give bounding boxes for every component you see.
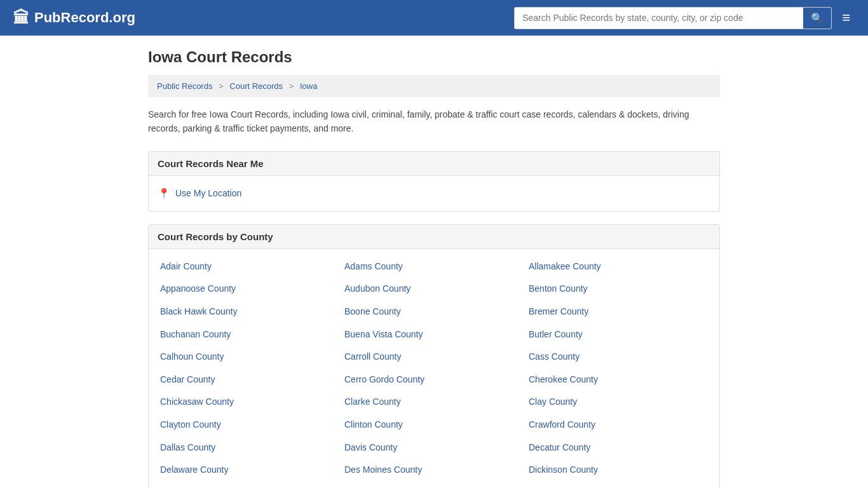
near-me-section-body: 📍 Use My Location bbox=[149, 176, 719, 211]
county-link[interactable]: Crawford County bbox=[526, 414, 710, 437]
use-my-location-label: Use My Location bbox=[175, 188, 241, 198]
search-icon: 🔍 bbox=[811, 13, 824, 24]
header: 🏛 PubRecord.org 🔍 ≡ bbox=[0, 0, 868, 36]
use-my-location-button[interactable]: 📍 Use My Location bbox=[158, 185, 241, 202]
county-link[interactable]: Cedar County bbox=[158, 369, 342, 391]
county-link[interactable]: Buchanan County bbox=[158, 323, 342, 346]
county-link[interactable]: Cherokee County bbox=[526, 369, 710, 391]
page-title: Iowa Court Records bbox=[148, 48, 720, 66]
county-link[interactable]: Benton County bbox=[526, 278, 710, 301]
page-description: Search for free Iowa Court Records, incl… bbox=[148, 107, 720, 136]
location-pin-icon: 📍 bbox=[158, 187, 170, 200]
county-link[interactable]: Dickinson County bbox=[526, 459, 710, 482]
county-link[interactable]: Black Hawk County bbox=[158, 301, 342, 323]
breadcrumb-sep-1: > bbox=[219, 81, 224, 91]
county-link[interactable]: Delaware County bbox=[158, 459, 342, 482]
county-link[interactable]: Appanoose County bbox=[158, 278, 342, 301]
main-content: Iowa Court Records Public Records > Cour… bbox=[135, 36, 733, 488]
breadcrumb-iowa[interactable]: Iowa bbox=[300, 81, 317, 91]
county-link[interactable]: Fayette County bbox=[526, 482, 710, 488]
county-link[interactable]: Emmet County bbox=[342, 482, 526, 488]
breadcrumb-public-records[interactable]: Public Records bbox=[157, 81, 212, 91]
county-grid: Adair CountyAdams CountyAllamakee County… bbox=[149, 249, 719, 488]
county-link[interactable]: Clinton County bbox=[342, 414, 526, 437]
county-link[interactable]: Audubon County bbox=[342, 278, 526, 301]
logo-icon: 🏛 bbox=[13, 8, 29, 28]
county-link[interactable]: Adams County bbox=[342, 255, 526, 278]
county-link[interactable]: Dubugue County bbox=[158, 482, 342, 488]
county-link[interactable]: Davis County bbox=[342, 437, 526, 459]
menu-icon[interactable]: ≡ bbox=[837, 7, 855, 29]
county-grid-container: Adair CountyAdams CountyAllamakee County… bbox=[149, 249, 719, 488]
county-link[interactable]: Buena Vista County bbox=[342, 323, 526, 346]
county-link[interactable]: Des Moines County bbox=[342, 459, 526, 482]
logo-text: PubRecord.org bbox=[34, 10, 135, 26]
by-county-section: Court Records by County Adair CountyAdam… bbox=[148, 224, 720, 488]
search-input[interactable] bbox=[515, 8, 803, 27]
search-button[interactable]: 🔍 bbox=[803, 8, 831, 29]
near-me-section: Court Records Near Me 📍 Use My Location bbox=[148, 151, 720, 212]
search-bar: 🔍 bbox=[514, 7, 832, 29]
county-link[interactable]: Boone County bbox=[342, 301, 526, 323]
county-link[interactable]: Butler County bbox=[526, 323, 710, 346]
county-link[interactable]: Clayton County bbox=[158, 414, 342, 437]
county-link[interactable]: Clarke County bbox=[342, 391, 526, 414]
county-link[interactable]: Carroll County bbox=[342, 346, 526, 369]
site-logo[interactable]: 🏛 PubRecord.org bbox=[13, 8, 135, 28]
county-link[interactable]: Chickasaw County bbox=[158, 391, 342, 414]
breadcrumb: Public Records > Court Records > Iowa bbox=[148, 75, 720, 97]
breadcrumb-court-records[interactable]: Court Records bbox=[229, 81, 283, 91]
header-right: 🔍 ≡ bbox=[514, 7, 855, 29]
county-link[interactable]: Bremer County bbox=[526, 301, 710, 323]
county-link[interactable]: Allamakee County bbox=[526, 255, 710, 278]
by-county-section-header: Court Records by County bbox=[149, 225, 719, 249]
county-link[interactable]: Decatur County bbox=[526, 437, 710, 459]
near-me-section-header: Court Records Near Me bbox=[149, 152, 719, 176]
county-link[interactable]: Cass County bbox=[526, 346, 710, 369]
county-link[interactable]: Adair County bbox=[158, 255, 342, 278]
county-link[interactable]: Clay County bbox=[526, 391, 710, 414]
county-link[interactable]: Calhoun County bbox=[158, 346, 342, 369]
county-link[interactable]: Dallas County bbox=[158, 437, 342, 459]
county-link[interactable]: Cerro Gordo County bbox=[342, 369, 526, 391]
breadcrumb-sep-2: > bbox=[289, 81, 294, 91]
